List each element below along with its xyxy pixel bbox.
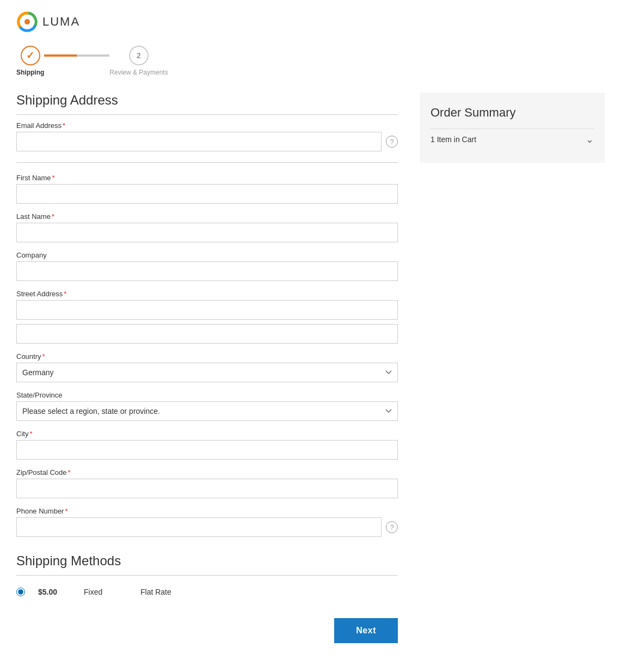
logo-area: LUMA <box>16 11 605 33</box>
shipping-methods-title: Shipping Methods <box>16 553 398 576</box>
zip-label: Zip/Postal Code* <box>16 468 398 476</box>
zip-group: Zip/Postal Code* <box>16 468 398 498</box>
first-name-input[interactable] <box>16 184 398 204</box>
step-connector <box>44 54 109 57</box>
company-input[interactable] <box>16 261 398 281</box>
phone-group: Phone Number* ? <box>16 507 398 537</box>
email-required: * <box>63 121 65 130</box>
button-row: Next <box>16 618 398 665</box>
shipping-method-row: $5.00 Fixed Flat Rate <box>16 582 398 602</box>
shipping-name: Flat Rate <box>140 588 171 596</box>
order-summary-title: Order Summary <box>431 106 594 120</box>
last-name-group: Last Name* <box>16 212 398 242</box>
email-input-row: ? <box>16 132 398 151</box>
shipping-type: Fixed <box>84 588 127 596</box>
street-address-input-1[interactable] <box>16 300 398 320</box>
order-summary-items-row: 1 Item in Cart ⌄ <box>431 129 594 150</box>
step-review-label: Review & Payments <box>109 69 168 76</box>
city-label: City* <box>16 430 398 438</box>
country-group: Country* Germany United States United Ki… <box>16 352 398 382</box>
next-button[interactable]: Next <box>334 618 398 643</box>
step-shipping-check: ✓ <box>26 50 34 62</box>
city-group: City* <box>16 430 398 460</box>
step-review: 2 Review & Payments <box>109 46 168 76</box>
phone-label: Phone Number* <box>16 507 398 515</box>
order-summary-items-count: 1 Item in Cart <box>431 135 476 144</box>
last-name-label: Last Name* <box>16 212 398 221</box>
first-name-label: First Name* <box>16 174 398 182</box>
order-summary-box: Order Summary 1 Item in Cart ⌄ <box>420 93 605 163</box>
country-select[interactable]: Germany United States United Kingdom Fra… <box>16 363 398 382</box>
state-label: State/Province <box>16 391 398 399</box>
street-address-label: Street Address* <box>16 290 398 298</box>
first-name-group: First Name* <box>16 174 398 204</box>
last-name-input[interactable] <box>16 223 398 242</box>
zip-input[interactable] <box>16 479 398 498</box>
shipping-address-title: Shipping Address <box>16 93 398 115</box>
svg-point-1 <box>24 19 30 25</box>
state-group: State/Province Please select a region, s… <box>16 391 398 421</box>
step-shipping: ✓ Shipping <box>16 46 44 76</box>
street-address-input-2[interactable] <box>16 324 398 344</box>
shipping-price: $5.00 <box>38 588 71 596</box>
step-shipping-circle: ✓ <box>21 46 40 65</box>
luma-logo-icon <box>16 11 38 33</box>
order-summary-toggle-icon[interactable]: ⌄ <box>586 133 594 145</box>
form-section: Shipping Address Email Address* ? First … <box>16 93 398 665</box>
phone-input-row: ? <box>16 517 398 537</box>
shipping-method-radio[interactable] <box>16 588 25 596</box>
email-label: Email Address* <box>16 121 398 130</box>
phone-input[interactable] <box>16 517 382 537</box>
country-label: Country* <box>16 352 398 361</box>
street-address-group: Street Address* <box>16 290 398 344</box>
progress-steps: ✓ Shipping 2 Review & Payments <box>16 46 605 76</box>
logo-text: LUMA <box>42 15 80 29</box>
company-group: Company <box>16 251 398 281</box>
company-label: Company <box>16 251 398 259</box>
form-divider <box>16 162 398 163</box>
state-select[interactable]: Please select a region, state or provinc… <box>16 401 398 421</box>
phone-help-icon[interactable]: ? <box>386 521 398 533</box>
email-group: Email Address* ? <box>16 121 398 151</box>
step-review-circle: 2 <box>129 46 149 65</box>
email-input[interactable] <box>16 132 382 151</box>
step-review-number: 2 <box>137 51 141 60</box>
step-shipping-label: Shipping <box>16 69 44 76</box>
order-summary-sidebar: Order Summary 1 Item in Cart ⌄ <box>420 93 605 163</box>
city-input[interactable] <box>16 440 398 460</box>
email-help-icon[interactable]: ? <box>386 136 398 148</box>
street-inputs-container <box>16 300 398 344</box>
